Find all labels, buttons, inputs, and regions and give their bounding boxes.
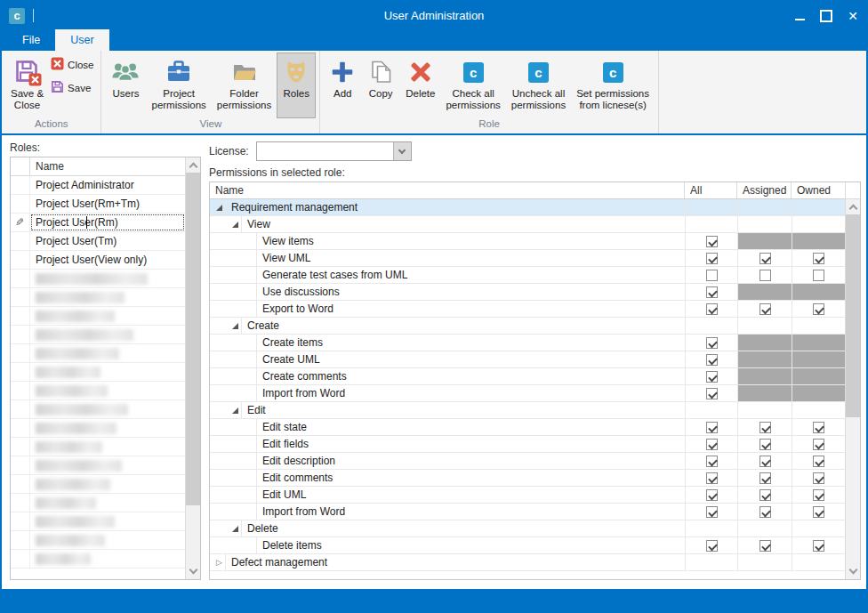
uncheck-all-permissions-button[interactable]: Uncheck all permissions — [506, 52, 571, 118]
checkbox-checked[interactable] — [706, 506, 718, 518]
role-row-redacted[interactable] — [11, 382, 185, 400]
checkbox-checked[interactable] — [760, 472, 771, 484]
checkbox-checked[interactable] — [706, 337, 718, 349]
column-header-owned[interactable]: Owned — [792, 182, 845, 198]
permission-row[interactable]: Generate test cases from UML — [210, 267, 845, 284]
permission-row[interactable]: Edit fields — [210, 436, 845, 453]
role-row-redacted[interactable] — [11, 419, 185, 438]
roles-scrollbar[interactable] — [185, 157, 200, 579]
checkbox-checked[interactable] — [813, 303, 824, 315]
combo-dropdown-button[interactable] — [393, 142, 411, 160]
role-row[interactable]: Project User(Tm) — [11, 232, 185, 251]
role-row-redacted[interactable] — [11, 550, 185, 569]
column-header-assigned[interactable]: Assigned — [737, 182, 792, 198]
project-permissions-button[interactable]: Project permissions — [146, 52, 211, 118]
role-row-redacted[interactable] — [11, 475, 185, 494]
cell-assigned[interactable] — [737, 436, 792, 452]
cell-owned[interactable] — [792, 419, 845, 435]
cell-owned[interactable] — [792, 487, 845, 503]
permission-row[interactable]: Create items — [210, 335, 845, 351]
role-row-redacted[interactable] — [11, 438, 185, 456]
scroll-up-icon[interactable] — [846, 199, 860, 214]
cell-assigned[interactable] — [737, 301, 792, 317]
permission-row[interactable]: View UML — [210, 250, 845, 267]
checkbox-checked[interactable] — [760, 439, 771, 450]
cell-all[interactable] — [685, 233, 737, 249]
tab-user[interactable]: User — [55, 29, 108, 51]
checkbox-checked[interactable] — [706, 253, 718, 264]
checkbox-checked[interactable] — [813, 439, 824, 450]
close-button[interactable]: Close — [51, 57, 93, 74]
checkbox-checked[interactable] — [760, 489, 771, 501]
save-button[interactable]: Save — [51, 80, 93, 97]
app-c-logo-icon[interactable] — [9, 8, 25, 24]
permission-row[interactable]: Requirement management — [210, 199, 845, 216]
role-row-redacted[interactable] — [11, 326, 185, 344]
cell-all[interactable] — [685, 385, 737, 401]
role-name-cell[interactable]: Project User(View only) — [30, 251, 185, 269]
save-and-close-button[interactable]: Save & Close — [5, 52, 49, 118]
checkbox-checked[interactable] — [760, 253, 771, 264]
cell-all[interactable] — [685, 487, 737, 503]
checkbox-checked[interactable] — [706, 286, 718, 298]
cell-assigned[interactable] — [737, 267, 792, 283]
checkbox-unchecked[interactable] — [760, 270, 771, 281]
roles-name-column-header[interactable]: Name — [30, 157, 185, 175]
permission-row[interactable]: Edit comments — [210, 470, 845, 487]
expand-triangle-icon[interactable] — [229, 520, 241, 536]
role-name-cell[interactable]: Project User(Rm+Tm) — [30, 195, 185, 213]
checkbox-checked[interactable] — [813, 456, 824, 467]
permission-row[interactable]: Create comments — [210, 368, 845, 385]
cell-all[interactable] — [685, 504, 737, 520]
roles-scroll-thumb[interactable] — [186, 173, 200, 505]
permission-row[interactable]: Delete items — [210, 537, 845, 554]
set-permissions-from-license-button[interactable]: Set permissions from licnese(s) — [571, 52, 655, 118]
cell-owned[interactable] — [792, 504, 845, 520]
checkbox-checked[interactable] — [813, 472, 824, 484]
cell-all[interactable] — [685, 301, 737, 317]
role-row[interactable]: Project User(Rm+Tm) — [11, 195, 185, 214]
role-row-redacted[interactable] — [11, 288, 185, 307]
permission-row[interactable]: Edit description — [210, 453, 845, 470]
cell-owned[interactable] — [792, 453, 845, 469]
checkbox-checked[interactable] — [813, 422, 824, 433]
checkbox-checked[interactable] — [706, 540, 718, 552]
checkbox-checked[interactable] — [706, 422, 718, 433]
checkbox-checked[interactable] — [706, 472, 718, 484]
permission-row[interactable]: Edit UML — [210, 487, 845, 504]
expand-triangle-icon[interactable] — [213, 199, 225, 215]
permissions-scroll-thumb[interactable] — [846, 214, 860, 417]
checkbox-unchecked[interactable] — [706, 270, 718, 281]
checkbox-checked[interactable] — [706, 489, 718, 501]
role-row-redacted[interactable] — [11, 307, 185, 326]
expand-triangle-icon[interactable] — [229, 402, 241, 418]
role-row-redacted[interactable] — [11, 494, 185, 512]
permission-row[interactable]: Edit — [210, 402, 845, 419]
permission-row[interactable]: View items — [210, 233, 845, 250]
permission-row[interactable]: ▷Defect management — [210, 554, 845, 571]
checkbox-checked[interactable] — [706, 303, 718, 315]
collapse-triangle-icon[interactable]: ▷ — [213, 554, 225, 570]
scroll-down-icon[interactable] — [186, 564, 200, 579]
cell-owned[interactable] — [792, 267, 845, 283]
scroll-up-icon[interactable] — [186, 157, 200, 173]
permission-row[interactable]: Create — [210, 318, 845, 335]
checkbox-unchecked[interactable] — [813, 270, 824, 281]
permission-row[interactable]: Use discussions — [210, 284, 845, 301]
close-window-button[interactable]: ✕ — [840, 2, 866, 29]
checkbox-checked[interactable] — [760, 506, 771, 518]
cell-all[interactable] — [685, 470, 737, 486]
roles-scroll-track[interactable] — [186, 173, 200, 564]
cell-assigned[interactable] — [737, 250, 792, 266]
checkbox-checked[interactable] — [813, 253, 824, 264]
cell-assigned[interactable] — [737, 487, 792, 503]
add-button[interactable]: Add — [324, 52, 361, 118]
cell-owned[interactable] — [792, 537, 845, 553]
checkbox-checked[interactable] — [760, 303, 771, 315]
cell-all[interactable] — [685, 419, 737, 435]
cell-assigned[interactable] — [737, 453, 792, 469]
role-row-redacted[interactable] — [11, 531, 185, 550]
cell-all[interactable] — [685, 267, 737, 283]
tab-file[interactable]: File — [7, 29, 55, 51]
checkbox-checked[interactable] — [760, 456, 771, 467]
